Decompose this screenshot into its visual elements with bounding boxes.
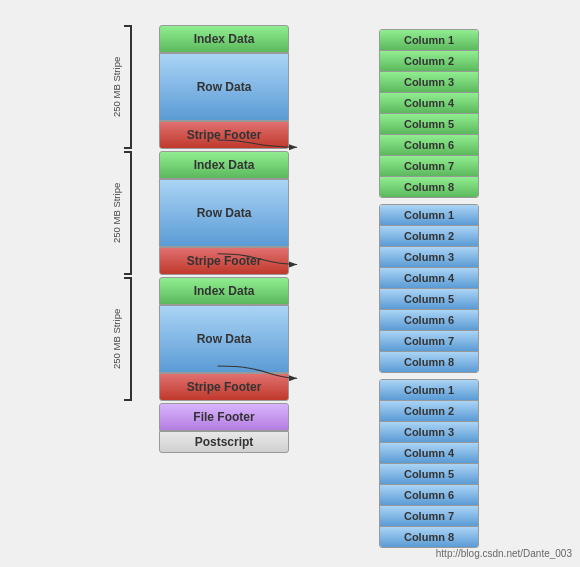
col-group3-col8: Column 8 [380,527,478,547]
col-group1-col2: Column 2 [380,51,478,72]
bottom-blocks: File Footer Postscript [159,403,289,453]
col-group2-col7: Column 7 [380,331,478,352]
stripe-3-footer: Stripe Footer [159,373,289,401]
columns-section: Column 1 Column 2 Column 3 Column 4 Colu… [379,29,479,548]
stripe-2-label: 250 MB Stripe [111,151,122,275]
col-group1-col8: Column 8 [380,177,478,197]
stripe-2-footer: Stripe Footer [159,247,289,275]
postscript-block: Postscript [159,431,289,453]
col-group3-col6: Column 6 [380,485,478,506]
col-group2-col4: Column 4 [380,268,478,289]
col-group3-col5: Column 5 [380,464,478,485]
watermark: http://blog.csdn.net/Dante_003 [436,548,572,559]
col-group2-col1: Column 1 [380,205,478,226]
diagram-container: 250 MB Stripe Index Data Row Data Stripe… [0,0,580,567]
col-group1-col4: Column 4 [380,93,478,114]
col-group2-col5: Column 5 [380,289,478,310]
col-group3-col4: Column 4 [380,443,478,464]
col-group2-col3: Column 3 [380,247,478,268]
stripe-3-index: Index Data [159,277,289,305]
column-group-2: Column 1 Column 2 Column 3 Column 4 Colu… [379,204,479,373]
stripe-2-blocks: Index Data Row Data Stripe Footer [159,151,289,275]
col-group2-col2: Column 2 [380,226,478,247]
stripe-1-blocks: Index Data Row Data Stripe Footer [159,25,289,149]
column-group-1: Column 1 Column 2 Column 3 Column 4 Colu… [379,29,479,198]
col-group1-col5: Column 5 [380,114,478,135]
col-group3-col3: Column 3 [380,422,478,443]
stripes-section: 250 MB Stripe Index Data Row Data Stripe… [111,25,289,453]
col-group1-col1: Column 1 [380,30,478,51]
stripe-group-2: 250 MB Stripe Index Data Row Data Stripe… [111,151,289,275]
col-group2-col6: Column 6 [380,310,478,331]
stripe-group-3: 250 MB Stripe Index Data Row Data Stripe… [111,277,289,401]
stripe-3-blocks: Index Data Row Data Stripe Footer [159,277,289,401]
stripe-3-row: Row Data [159,305,289,373]
stripe-3-label: 250 MB Stripe [111,277,122,401]
col-group1-col3: Column 3 [380,72,478,93]
stripe-2-index: Index Data [159,151,289,179]
col-group1-col7: Column 7 [380,156,478,177]
stripe-1-row: Row Data [159,53,289,121]
file-footer-block: File Footer [159,403,289,431]
col-group3-col2: Column 2 [380,401,478,422]
stripe-1-footer: Stripe Footer [159,121,289,149]
stripe-1-label: 250 MB Stripe [111,25,122,149]
col-group3-col1: Column 1 [380,380,478,401]
col-group1-col6: Column 6 [380,135,478,156]
column-group-3: Column 1 Column 2 Column 3 Column 4 Colu… [379,379,479,548]
stripe-1-index: Index Data [159,25,289,53]
col-group2-col8: Column 8 [380,352,478,372]
stripe-2-row: Row Data [159,179,289,247]
col-group3-col7: Column 7 [380,506,478,527]
stripe-group-1: 250 MB Stripe Index Data Row Data Stripe… [111,25,289,149]
